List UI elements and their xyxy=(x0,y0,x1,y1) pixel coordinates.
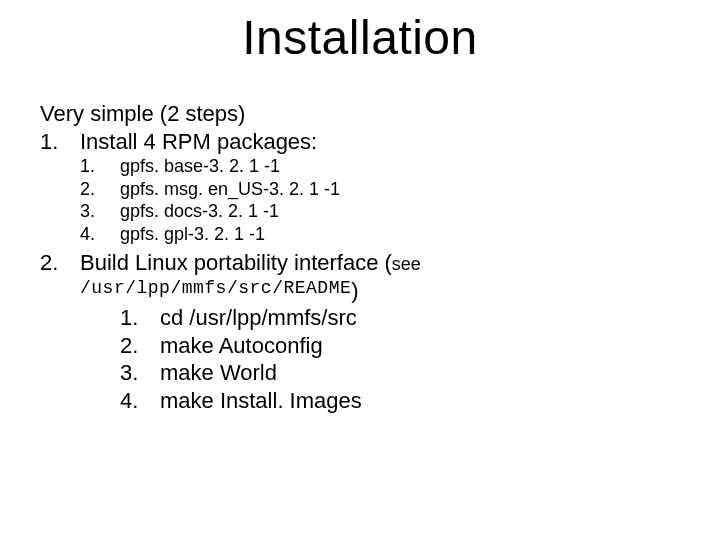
close-paren: ) xyxy=(351,277,358,305)
step-2-readme-line: /usr/lpp/mmfs/src/README) xyxy=(80,277,680,305)
list-text: gpfs. base-3. 2. 1 -1 xyxy=(120,155,280,178)
slide-title: Installation xyxy=(0,10,720,65)
list-marker: 3. xyxy=(80,200,120,223)
slide: Installation Very simple (2 steps) 1. In… xyxy=(0,0,720,540)
step-2-label: Build Linux portability interface (see xyxy=(80,249,421,277)
step-1-item-1: 1. gpfs. base-3. 2. 1 -1 xyxy=(80,155,680,178)
step-2-item-3: 3. make World xyxy=(120,359,680,387)
step-2-label-main: Build Linux portability interface ( xyxy=(80,250,392,275)
list-marker: 2. xyxy=(120,332,160,360)
list-marker: 1. xyxy=(120,304,160,332)
step-2-item-2: 2. make Autoconfig xyxy=(120,332,680,360)
list-text: make Install. Images xyxy=(160,387,362,415)
intro-line: Very simple (2 steps) xyxy=(40,100,680,128)
step-1-item-2: 2. gpfs. msg. en_US-3. 2. 1 -1 xyxy=(80,178,680,201)
list-marker: 2. xyxy=(80,178,120,201)
list-marker: 4. xyxy=(120,387,160,415)
list-text: gpfs. gpl-3. 2. 1 -1 xyxy=(120,223,265,246)
step-1-label: Install 4 RPM packages: xyxy=(80,128,317,156)
list-text: cd /usr/lpp/mmfs/src xyxy=(160,304,357,332)
list-text: make Autoconfig xyxy=(160,332,323,360)
list-text: gpfs. msg. en_US-3. 2. 1 -1 xyxy=(120,178,340,201)
step-1: 1. Install 4 RPM packages: xyxy=(40,128,680,156)
list-marker: 1. xyxy=(80,155,120,178)
step-2-item-4: 4. make Install. Images xyxy=(120,387,680,415)
list-text: gpfs. docs-3. 2. 1 -1 xyxy=(120,200,279,223)
step-2-item-1: 1. cd /usr/lpp/mmfs/src xyxy=(120,304,680,332)
list-marker: 4. xyxy=(80,223,120,246)
list-text: make World xyxy=(160,359,277,387)
list-marker: 3. xyxy=(120,359,160,387)
step-1-item-3: 3. gpfs. docs-3. 2. 1 -1 xyxy=(80,200,680,223)
readme-path: /usr/lpp/mmfs/src/README xyxy=(80,277,351,305)
step-2: 2. Build Linux portability interface (se… xyxy=(40,249,680,277)
step-2-see: see xyxy=(392,254,421,274)
step-1-marker: 1. xyxy=(40,128,80,156)
slide-body: Very simple (2 steps) 1. Install 4 RPM p… xyxy=(40,100,680,414)
intro-text: Very simple (2 steps) xyxy=(40,100,245,128)
step-1-item-4: 4. gpfs. gpl-3. 2. 1 -1 xyxy=(80,223,680,246)
step-2-marker: 2. xyxy=(40,249,80,277)
